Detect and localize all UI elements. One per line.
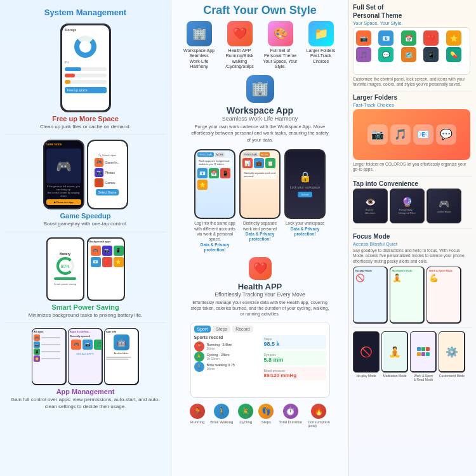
ws-apps-work: 📊 💼 📋 (242, 158, 277, 168)
health-tab-sport[interactable]: Sport (194, 326, 211, 333)
style-opt-folders: 📁 Larger FoldersFast-TrackChoices (303, 21, 340, 64)
mode-phone-3 (410, 331, 437, 373)
right-personal-title: Full Set of (353, 4, 472, 11)
free-space-button[interactable]: Free up space (65, 87, 107, 93)
folder-icon-grid: 📷 🎵 📧 💬 (364, 121, 460, 149)
steps-label: Steps (261, 420, 271, 424)
game-mode-label: GAME MODE (46, 143, 81, 146)
right-folders-subtitle: Fast-Track Choices (353, 102, 472, 108)
style-opt-personal: 🎨 Full Set ofPersonal ThemeYour Space, Y… (262, 21, 299, 70)
focus-phones-row: No play Mode 🚫 Meditation Mode 🧘 Work & … (353, 267, 472, 324)
no-play-mode-icon: 🚫 (360, 346, 373, 358)
meditation-icon: 🧘 (392, 274, 421, 282)
sports-record-label: Sports record (194, 335, 258, 340)
game-app-list: 🎮Game In... 📷Photos 🎵Games (95, 158, 119, 187)
filter-icon: 🔮 (402, 197, 413, 207)
mgmt-phone-1: All apps 🎮 📷 📱 (32, 328, 67, 385)
info-row-1 (106, 357, 136, 358)
battery-label: Battery (60, 252, 70, 256)
feature-game: GAME MODE 🎮 If the game is full screen, … (5, 140, 166, 232)
run-desc: Running · 3.8km 30min (207, 343, 232, 350)
app-line-1 (41, 337, 60, 338)
game-icon-1: 🎮 (95, 158, 103, 167)
walk-circle: 🚶 (214, 404, 229, 419)
mode-screen-2: 🧘 (382, 332, 407, 371)
main-page: System Management Storage 6% Free up spa… (0, 0, 476, 476)
health-tab-steps[interactable]: Steps (213, 326, 230, 333)
mode-phone-2: 🧘 (381, 331, 408, 373)
theme-app-5: ⭐ (446, 30, 461, 46)
record-row-2: 🚴 Cycling · 28km 1h 15min (194, 352, 258, 362)
mode-no-play: 🚫 No-play Mode (353, 331, 380, 381)
folder-icon-3: 📧 (413, 124, 433, 145)
tap-phone-game: 🎮 Game Mode (426, 188, 461, 223)
act-calories: 🔥 Consumption(kcal) (307, 404, 329, 428)
tap-screen-2: 🔮 ThoughtfullyDesigned Filter (391, 189, 424, 222)
pause-test-button[interactable]: ▶ Pause test app (46, 199, 81, 205)
right-folders: Larger Folders Fast-Track Choices 📷 🎵 📧 … (353, 94, 472, 176)
workspace-style-icon: 🏢 (187, 21, 212, 46)
ws-tab-personal-2[interactable]: PERSONAL (242, 152, 259, 157)
personal-style-label: Full Set ofPersonal ThemeYour Space, You… (262, 48, 299, 70)
ws-tab-work-1[interactable]: WORK (215, 152, 225, 157)
ws-label-3-highlight: Data & Privacy protection! (291, 227, 320, 236)
screen-attention-icon: 👁️ (365, 197, 376, 207)
theme-app-3: 📅 (401, 30, 416, 46)
stat-calories: Dynamic 5.8 min (262, 351, 326, 365)
health-section: ❤️ Health APP Effortlessly Tracking Your… (190, 257, 330, 319)
right-column: Full Set of Personal Theme Your Space. Y… (349, 0, 476, 476)
personal-style-icon: 🎨 (268, 21, 293, 46)
battery-circle: 80% (56, 257, 74, 275)
steps-value: 98.5 k (264, 341, 324, 347)
app-dot-4: ⭐ (34, 355, 40, 362)
lock-icon: 🔒 (299, 171, 312, 183)
theme-app-6: 🎵 (356, 47, 371, 62)
ws-tab-work-2[interactable]: WORK (260, 152, 270, 157)
game-icon: 🎮 (56, 159, 72, 174)
app-row-1: 🎮 (34, 334, 64, 341)
android-auto-icon: 🤖 (114, 334, 129, 350)
customized-mode-label: Customized Mode (439, 374, 465, 378)
theme-app-10: 💊 (446, 47, 461, 62)
info-line-2 (106, 359, 128, 360)
storage-bar-1 (65, 67, 107, 71)
mode-mini-row-1 (417, 347, 430, 351)
mini-dot-4 (417, 352, 421, 356)
mini-dot-2 (421, 347, 425, 351)
workspace-phones-row: PERSONAL WORK Work apps are badged and v… (194, 149, 326, 253)
health-style-icon: ❤️ (227, 21, 253, 46)
game-icon-3: 🎵 (95, 178, 103, 187)
app-row-2: 📷 (34, 341, 64, 348)
game-preview: 🎮 (46, 149, 81, 183)
duration-label: Total Duration (279, 420, 302, 424)
storage-label: Storage (65, 28, 107, 32)
power-phone-1: Battery 80% Smart power saving (46, 237, 84, 301)
act-running: 🏃 Running (190, 404, 205, 428)
mgmt-screen-2: Apps & notifica... Recently opened 🎮 📷 🎵… (69, 329, 102, 384)
unlock-button[interactable]: Unlock (298, 192, 312, 197)
focus-phone-3: Work & Sport Mode 💪 (426, 267, 461, 324)
right-tap-title: Tap into Convenience (353, 180, 472, 187)
middle-column: Craft Your Own Style 🏢 Workspace AppSeam… (171, 0, 349, 476)
health-tab-record[interactable]: Record (232, 326, 253, 333)
mini-dot-5 (421, 352, 425, 356)
info-row-2 (106, 359, 136, 360)
section-title: System Management (5, 5, 166, 20)
feature-power: Battery 80% Smart power saving Backgroun… (5, 237, 166, 323)
ws-tab-row-2: PERSONAL WORK (242, 152, 277, 157)
workspace-section: 🏢 Workspace App Seamless Work-Life Harmo… (190, 75, 330, 146)
game-title: Game Speedup (60, 212, 110, 220)
mode-customized: ⚙️ Customized Mode (439, 331, 465, 381)
walk-icon: 🚶 (194, 362, 204, 372)
ws-tab-personal[interactable]: PERSONAL (197, 152, 214, 157)
mgmt-app-2: 📷 (83, 340, 93, 350)
ws-phone-lock: 🔒 Lock your workspace Unlock Lock your w… (284, 149, 326, 253)
ws-work-app-1: 📊 (242, 158, 253, 168)
game-app-3: 🎵Games (95, 178, 119, 187)
mini-app-2: 📷 (102, 246, 112, 256)
see-all-apps[interactable]: SEE ALL APPS (70, 352, 100, 355)
ws-apps-personal: 📧 📅 📱 ⭐ (197, 168, 232, 190)
work-sport-label: Work & Sport Mode (429, 269, 458, 272)
select-game-button[interactable]: Select Game (96, 189, 119, 195)
cycle-icon: 🚴 (194, 352, 204, 362)
